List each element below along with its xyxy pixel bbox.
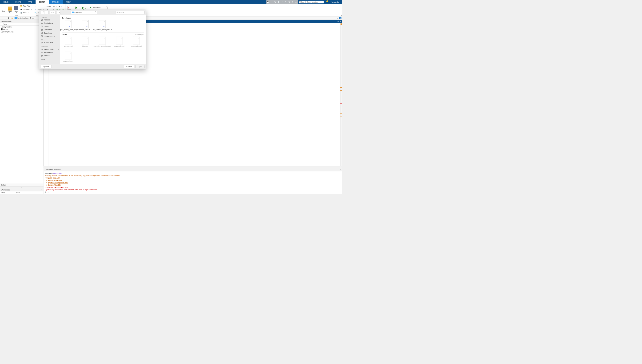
open-button[interactable]: Open xyxy=(8,5,13,14)
insert-fx-icon[interactable]: fx xyxy=(56,6,59,8)
sidebar-documents[interactable]: Documents xyxy=(39,28,60,31)
view-mode-button[interactable]: ⚏⌄ xyxy=(50,11,56,14)
ws-value-col[interactable]: Value xyxy=(15,192,21,194)
finder-search-input[interactable] xyxy=(116,11,145,14)
new-button[interactable]: New xyxy=(1,6,6,13)
compare-button[interactable]: ⇄Compare xyxy=(20,8,32,11)
folder-icon xyxy=(72,12,74,13)
file-item[interactable]: .mexample3_steady_state_helper.m xyxy=(62,20,75,31)
dynare-config-link[interactable]: dynare_config xyxy=(48,182,60,184)
undo-icon[interactable]: ↶ xyxy=(281,1,283,3)
cancel-button[interactable]: Cancel xyxy=(124,65,134,68)
sidebar-desktop[interactable]: Desktop xyxy=(39,25,60,28)
group-button[interactable]: 🗀 xyxy=(57,11,61,14)
ws-name-col[interactable]: Name xyxy=(0,192,15,194)
help-icon[interactable]: ? xyxy=(291,1,294,3)
workspace-title: Workspace⊙ xyxy=(0,188,44,192)
code-overview-ruler[interactable] xyxy=(340,23,342,166)
up-folder-icon[interactable]: 🗁 xyxy=(8,17,10,19)
addpath-link[interactable]: addpath xyxy=(48,179,55,181)
sidebar-network[interactable]: Network xyxy=(39,54,60,57)
dynare-link[interactable]: dynare xyxy=(48,184,53,186)
dynare-link[interactable]: dynare xyxy=(54,186,60,188)
details-title[interactable]: Details⌃ xyxy=(0,184,44,186)
run-advance-button[interactable] xyxy=(82,6,86,9)
tab-view[interactable]: VIEW xyxy=(63,0,74,4)
print-button[interactable]: 🖨️Print xyxy=(20,11,32,14)
line-link[interactable]: line 66 xyxy=(55,184,60,186)
sidebar-icloud-drive[interactable]: iCloud Drive xyxy=(39,41,60,44)
cut-icon[interactable]: ✂︎ xyxy=(270,1,273,3)
copy-icon[interactable]: ⧉ xyxy=(274,1,276,3)
file-item[interactable]: example2.mod xyxy=(130,37,143,47)
line-link[interactable]: line 86 xyxy=(56,179,61,181)
name-column[interactable]: Name xyxy=(2,23,10,26)
sidebar-volume[interactable]: matlab_R20…⏏ xyxy=(39,48,60,51)
back-button[interactable]: 〈 xyxy=(41,11,45,14)
redo-icon[interactable]: ↷ xyxy=(284,1,287,3)
options-button[interactable]: Options xyxy=(41,65,52,68)
file-item[interactable]: example1_reporting.mod xyxy=(96,37,109,47)
fx-prompt-icon[interactable]: fx xyxy=(45,191,46,193)
browse-icon[interactable]: 🗀 xyxy=(11,17,14,19)
editor-close-icon[interactable]: ✕ xyxy=(340,20,341,22)
tab-editor[interactable]: EDITOR xyxy=(36,0,49,4)
line-link[interactable]: line 131 xyxy=(61,186,67,188)
line-link[interactable]: line 160 xyxy=(61,182,67,184)
tab-home[interactable]: HOME xyxy=(0,0,12,4)
insert-snippet-icon[interactable]: ▦ xyxy=(59,6,61,8)
sidebar-creative-cloud[interactable]: Creative Cloud… xyxy=(39,34,60,38)
save-icon[interactable]: 💾 xyxy=(267,1,270,3)
panel-menu-icon[interactable]: ⊙ xyxy=(340,169,341,170)
nav-arrows[interactable]: ⇦⇨ xyxy=(35,4,44,8)
breakpoint-button[interactable] xyxy=(67,6,72,10)
editor-actions-icon[interactable]: ⊙ xyxy=(337,20,339,22)
switch-windows-icon[interactable]: ⧉ xyxy=(288,1,290,3)
doc-search-input[interactable] xyxy=(299,1,324,4)
file-item[interactable]: agtrend.mod xyxy=(62,37,75,47)
addons-icon[interactable]: ◎ xyxy=(295,1,298,3)
path-popup[interactable]: examples xyxy=(71,11,97,14)
file-item[interactable]: example3.m… xyxy=(62,52,75,62)
show-all-link[interactable]: Show All (11) xyxy=(135,34,144,35)
sidebar-applications[interactable]: Applications xyxy=(39,22,60,25)
file-item[interactable]: .mNK_baseline_steadystate.m xyxy=(96,20,109,31)
apps-icon xyxy=(41,22,43,24)
run-timing-button[interactable] xyxy=(105,6,109,10)
insert-section-icon[interactable]: ▭ xyxy=(53,6,56,8)
path-breadcrumb[interactable]: /▸ Applications▸ Dy… xyxy=(15,17,34,19)
command-window-body[interactable]: >> dynare dayntest.m Warning: Name is no… xyxy=(44,171,342,194)
back-icon[interactable]: ⇦ xyxy=(1,17,3,19)
fwd-arrow-icon: ⇨ xyxy=(38,5,40,7)
line-link[interactable]: line 109 xyxy=(53,177,60,179)
path-search-icon[interactable] xyxy=(339,17,341,19)
open-button[interactable]: Open xyxy=(135,65,145,68)
notifications-icon[interactable]: 🔔 xyxy=(325,0,330,4)
path-link[interactable]: path xyxy=(49,177,52,179)
save-button[interactable]: Save xyxy=(14,6,19,13)
forward-button[interactable]: 〉 xyxy=(45,11,49,14)
file-item[interactable]: bkk.mod xyxy=(79,37,91,47)
file-row[interactable]: example1.log xyxy=(0,30,44,33)
eject-icon[interactable]: ⏏ xyxy=(58,48,59,50)
fwd-icon[interactable]: ⇨ xyxy=(4,17,7,19)
file-item[interactable]: example1.mod xyxy=(113,37,126,47)
find-files-button[interactable]: 🗂️Find Files xyxy=(20,4,32,8)
tab-publish[interactable]: PUBLISH xyxy=(49,0,63,4)
file-row[interactable]: dynare++ xyxy=(0,28,44,30)
tab-plots[interactable]: PLOTS xyxy=(12,0,25,4)
file-item[interactable]: .mfsdat_simul.m xyxy=(79,20,91,31)
paste-icon[interactable]: 📋 xyxy=(277,1,280,3)
run-section-button[interactable]: Run Section xyxy=(90,6,102,9)
sidebar-remote-disc[interactable]: Remote Disc xyxy=(39,51,60,54)
panel-menu-icon[interactable]: ⊙ xyxy=(41,189,42,190)
collapse-ribbon-icon[interactable]: ▲ xyxy=(341,14,342,16)
sidebar-recents[interactable]: Recents xyxy=(39,18,60,22)
run-button[interactable] xyxy=(75,6,78,9)
tab-apps[interactable]: APPS xyxy=(24,0,36,4)
sidebar-downloads[interactable]: Downloads xyxy=(39,31,60,34)
open-file-dialog: 〈 〉 ⚏⌄ 🗀 examples Favorites Recents Appl… xyxy=(39,10,146,69)
path-dropdown-icon[interactable]: ▼ xyxy=(337,18,338,19)
file-row[interactable]: dayntest.m xyxy=(0,26,44,28)
user-menu[interactable]: Konstantin xyxy=(330,0,342,4)
